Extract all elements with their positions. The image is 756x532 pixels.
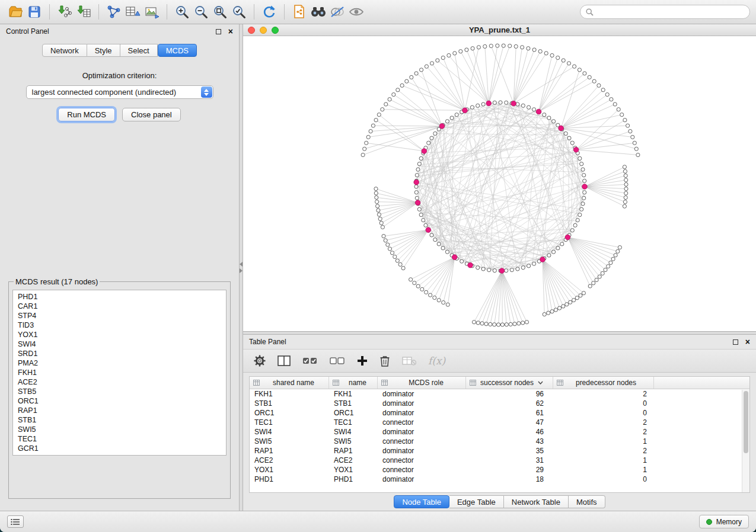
mcds-result-item[interactable]: YOX1 (13, 330, 226, 339)
mcds-result-item[interactable]: RAP1 (13, 406, 226, 415)
show-panels-button[interactable] (7, 515, 24, 528)
column-header-predecessor-nodes[interactable]: predecessor nodes (553, 377, 654, 389)
float-panel-icon[interactable] (216, 29, 221, 34)
mcds-result-item[interactable]: PHD1 (13, 292, 226, 302)
table-cell: dominator (378, 409, 466, 417)
mcds-result-item[interactable]: TEC1 (13, 434, 226, 444)
select-all-icon[interactable] (302, 356, 318, 366)
vertical-splitter[interactable] (239, 24, 243, 511)
network-canvas[interactable] (243, 36, 756, 331)
tab-network[interactable]: Network (42, 44, 87, 57)
mcds-result-item[interactable]: TID3 (13, 321, 226, 330)
mcds-result-item[interactable]: STB5 (13, 387, 226, 396)
network-from-table-button[interactable] (123, 3, 142, 21)
mcds-result-item[interactable]: FKH1 (13, 368, 226, 377)
hide-selected-button[interactable] (328, 3, 347, 21)
graph-nodes (361, 44, 640, 326)
tab-select[interactable]: Select (120, 44, 158, 57)
table-row[interactable]: TEC1TEC1connector472 (250, 418, 749, 427)
tab-edge-table[interactable]: Edge Table (449, 495, 504, 508)
tab-style[interactable]: Style (87, 44, 120, 57)
mcds-result-item[interactable]: PMA2 (13, 358, 226, 368)
close-panel-icon[interactable]: × (228, 27, 233, 36)
mcds-result-item[interactable]: SWI4 (13, 339, 226, 349)
zoom-in-button[interactable] (173, 3, 192, 21)
table-row[interactable]: ORC1ORC1dominator610 (250, 408, 749, 418)
tab-node-table[interactable]: Node Table (394, 495, 449, 508)
mcds-result-item[interactable]: SWI5 (13, 425, 226, 434)
import-table-button[interactable] (74, 3, 93, 21)
zoom-out-button[interactable] (192, 3, 210, 21)
float-table-panel-icon[interactable] (733, 339, 738, 345)
column-type-icon (557, 380, 563, 386)
table-settings-gear-icon[interactable] (254, 355, 266, 367)
collapse-left-icon[interactable] (240, 262, 243, 267)
zoom-selected-button[interactable] (229, 3, 248, 21)
maximize-window-icon[interactable] (272, 27, 279, 34)
scrollbar-thumb[interactable] (744, 391, 748, 453)
column-header-successor-nodes[interactable]: successor nodes (466, 377, 553, 389)
table-row[interactable]: FKH1FKH1dominator962 (250, 389, 749, 399)
copy-network-button[interactable] (290, 3, 309, 21)
refresh-button[interactable] (260, 3, 279, 21)
mcds-result-item[interactable]: ACE2 (13, 377, 226, 387)
delete-column-trash-icon[interactable] (379, 355, 390, 367)
add-column-icon[interactable] (357, 355, 368, 366)
search-box[interactable] (580, 5, 750, 19)
close-panel-button[interactable]: Close panel (122, 108, 181, 121)
table-cell: STB1 (250, 399, 329, 408)
show-all-button[interactable] (347, 3, 366, 21)
mcds-result-item[interactable]: ORC1 (13, 396, 226, 406)
new-network-button[interactable] (104, 3, 123, 21)
table-row[interactable]: STB1STB1dominator620 (250, 399, 749, 408)
mcds-result-list[interactable]: PHD1CAR1STP4TID3YOX1SWI4SRD1PMA2FKH1ACE2… (12, 290, 227, 456)
table-row[interactable]: YOX1YOX1connector291 (250, 465, 749, 475)
tab-motifs[interactable]: Motifs (569, 495, 605, 508)
minimize-window-icon[interactable] (260, 27, 267, 34)
memory-button[interactable]: Memory (699, 515, 749, 528)
network-table-icon (125, 5, 141, 19)
mcds-result-group: MCDS result (17 nodes) PHD1CAR1STP4TID3Y… (8, 277, 231, 499)
tab-mcds[interactable]: MCDS (158, 44, 197, 57)
search-input[interactable] (596, 8, 744, 16)
table-cell: ORC1 (329, 409, 378, 417)
table-row[interactable]: PHD1PHD1dominator180 (250, 475, 749, 484)
table-cell: PHD1 (329, 475, 378, 483)
column-header-shared-name[interactable]: shared name (250, 377, 329, 389)
mcds-result-item[interactable]: SRD1 (13, 349, 226, 358)
table-scrollbar[interactable] (742, 390, 749, 492)
table-cell: 2 (553, 428, 654, 436)
find-neighbors-button[interactable] (309, 3, 328, 21)
table-cell: 18 (466, 475, 553, 483)
deselect-all-icon[interactable] (330, 356, 345, 366)
run-mcds-button[interactable]: Run MCDS (58, 108, 115, 121)
mcds-result-item[interactable]: GCR1 (13, 444, 226, 453)
expand-right-icon[interactable] (240, 268, 243, 273)
table-cell: dominator (378, 447, 466, 455)
export-image-button[interactable] (142, 3, 161, 21)
column-header-name[interactable]: name (329, 377, 378, 389)
table-row[interactable]: SWI5SWI5connector431 (250, 437, 749, 446)
show-columns-icon[interactable] (277, 355, 291, 366)
column-header-mcds-role[interactable]: MCDS role (378, 377, 466, 389)
import-network-button[interactable] (55, 3, 74, 21)
mcds-result-item[interactable]: STP4 (13, 311, 226, 321)
criterion-dropdown[interactable]: largest connected component (undirected) (26, 85, 213, 99)
table-row[interactable]: SWI4SWI4dominator462 (250, 427, 749, 437)
table-cell: 96 (466, 390, 553, 398)
open-button[interactable] (6, 3, 25, 21)
mcds-result-item[interactable]: STB1 (13, 415, 226, 425)
mcds-result-item[interactable]: CAR1 (13, 302, 226, 311)
zoom-fit-button[interactable] (210, 3, 229, 21)
table-row[interactable]: RAP1RAP1dominator352 (250, 446, 749, 456)
network-window-titlebar[interactable]: YPA_prune.txt_1 (243, 24, 756, 36)
tab-network-table[interactable]: Network Table (504, 495, 569, 508)
table-cell: connector (378, 418, 466, 427)
table-tabs: Node TableEdge TableNetwork TableMotifs (394, 495, 605, 508)
save-button[interactable] (25, 3, 44, 21)
close-table-panel-icon[interactable]: × (745, 338, 750, 346)
network-graph[interactable] (243, 36, 756, 331)
close-window-icon[interactable] (248, 27, 255, 34)
column-type-icon (333, 380, 339, 386)
table-row[interactable]: ACE2ACE2connector311 (250, 456, 749, 465)
